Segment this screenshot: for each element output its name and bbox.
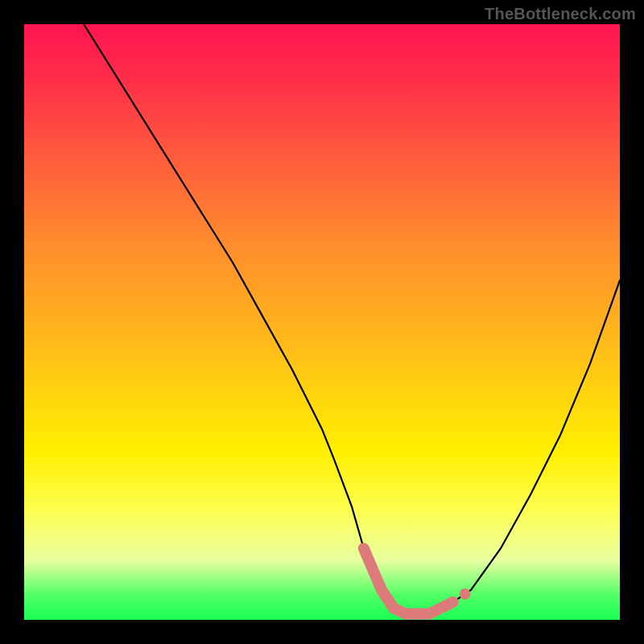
chart-frame: TheBottleneck.com xyxy=(0,0,644,644)
optimal-region-marker xyxy=(364,548,453,613)
plot-area xyxy=(24,24,620,620)
watermark-text: TheBottleneck.com xyxy=(485,5,636,23)
bottleneck-curve xyxy=(84,24,620,614)
optimal-region-dot xyxy=(460,588,471,600)
curve-layer xyxy=(24,24,620,620)
